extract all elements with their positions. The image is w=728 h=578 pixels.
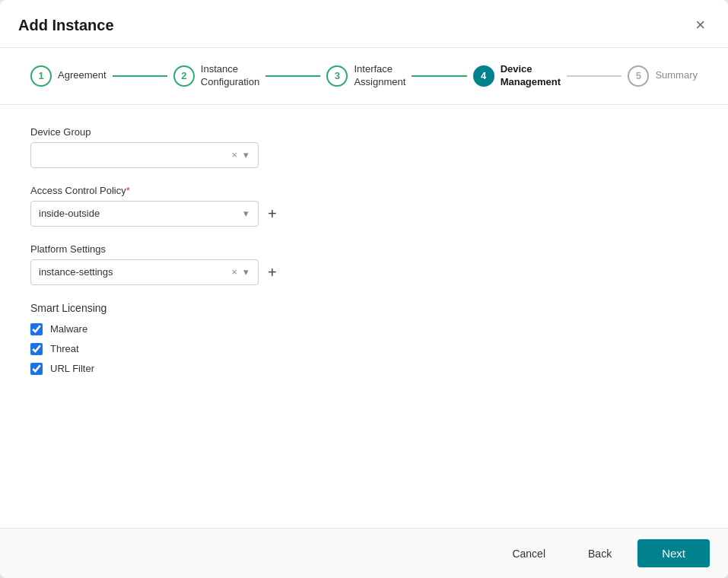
device-group-wrapper: × ▾ bbox=[30, 142, 698, 168]
next-button[interactable]: Next bbox=[637, 539, 710, 567]
step-2-circle: 2 bbox=[173, 65, 195, 87]
url-filter-label: URL Filter bbox=[50, 363, 94, 374]
connector-3-4 bbox=[412, 75, 466, 77]
device-group-group: Device Group × ▾ bbox=[30, 126, 698, 168]
step-5: 5 Summary bbox=[628, 65, 698, 87]
smart-licensing-group: Smart Licensing Malware Threat URL Filte… bbox=[30, 302, 698, 375]
modal-content: Device Group × ▾ Access Control Policy* … bbox=[0, 105, 728, 528]
access-control-policy-dropdown-icon[interactable]: ▾ bbox=[242, 208, 250, 219]
step-4: 4 DeviceManagement bbox=[473, 63, 561, 89]
access-control-policy-add-button[interactable]: + bbox=[265, 206, 280, 221]
stepper: 1 Agreement 2 InstanceConfiguration 3 In… bbox=[0, 48, 728, 105]
connector-1-2 bbox=[113, 75, 167, 77]
step-3-circle: 3 bbox=[326, 65, 348, 87]
device-group-icons: × ▾ bbox=[230, 149, 250, 160]
step-5-label: Summary bbox=[655, 69, 698, 82]
device-group-select[interactable]: × ▾ bbox=[30, 142, 259, 168]
step-3-label: InterfaceAssignment bbox=[354, 63, 405, 89]
step-1-label: Agreement bbox=[58, 69, 106, 82]
cancel-button[interactable]: Cancel bbox=[495, 541, 562, 566]
modal-title: Add Instance bbox=[18, 17, 114, 34]
url-filter-checkbox[interactable] bbox=[30, 363, 43, 375]
step-4-label: DeviceManagement bbox=[501, 63, 561, 89]
modal-footer: Cancel Back Next bbox=[0, 528, 728, 578]
platform-settings-select[interactable]: instance-settings × ▾ bbox=[30, 259, 259, 285]
smart-licensing-label: Smart Licensing bbox=[30, 302, 698, 314]
connector-2-3 bbox=[265, 75, 320, 77]
step-2-label: InstanceConfiguration bbox=[201, 63, 259, 89]
platform-settings-clear-icon[interactable]: × bbox=[230, 266, 239, 278]
step-4-circle: 4 bbox=[473, 65, 494, 87]
platform-settings-add-button[interactable]: + bbox=[265, 265, 280, 280]
platform-settings-group: Platform Settings instance-settings × ▾ … bbox=[30, 243, 698, 285]
malware-label: Malware bbox=[50, 323, 87, 335]
device-group-label: Device Group bbox=[30, 126, 698, 138]
back-button[interactable]: Back bbox=[571, 541, 628, 566]
access-control-policy-group: Access Control Policy* inside-outside ▾ … bbox=[30, 185, 698, 227]
access-control-policy-label: Access Control Policy* bbox=[30, 185, 698, 196]
modal-header: Add Instance × bbox=[0, 0, 728, 48]
step-1-circle: 1 bbox=[30, 65, 52, 87]
step-5-circle: 5 bbox=[628, 65, 649, 87]
platform-settings-icons: × ▾ bbox=[230, 266, 250, 278]
access-control-policy-icons: ▾ bbox=[242, 208, 250, 219]
device-group-clear-icon[interactable]: × bbox=[230, 149, 239, 160]
malware-checkbox[interactable] bbox=[30, 323, 43, 335]
step-2: 2 InstanceConfiguration bbox=[173, 63, 259, 89]
access-control-policy-value: inside-outside bbox=[39, 208, 242, 219]
threat-checkbox[interactable] bbox=[30, 343, 43, 355]
connector-4-5 bbox=[567, 75, 622, 77]
device-group-dropdown-icon[interactable]: ▾ bbox=[242, 149, 250, 160]
malware-checkbox-item: Malware bbox=[30, 323, 698, 335]
step-3: 3 InterfaceAssignment bbox=[326, 63, 405, 89]
platform-settings-dropdown-icon[interactable]: ▾ bbox=[242, 266, 250, 278]
threat-label: Threat bbox=[50, 343, 79, 354]
access-control-policy-wrapper: inside-outside ▾ + bbox=[30, 201, 698, 227]
required-marker: * bbox=[126, 185, 130, 196]
threat-checkbox-item: Threat bbox=[30, 343, 698, 355]
platform-settings-value: instance-settings bbox=[39, 266, 230, 278]
access-control-policy-select[interactable]: inside-outside ▾ bbox=[30, 201, 259, 227]
platform-settings-wrapper: instance-settings × ▾ + bbox=[30, 259, 698, 285]
step-1: 1 Agreement bbox=[30, 65, 106, 87]
add-instance-modal: Add Instance × 1 Agreement 2 InstanceCon… bbox=[0, 0, 728, 578]
platform-settings-label: Platform Settings bbox=[30, 243, 698, 255]
url-filter-checkbox-item: URL Filter bbox=[30, 363, 698, 375]
close-button[interactable]: × bbox=[691, 14, 710, 37]
